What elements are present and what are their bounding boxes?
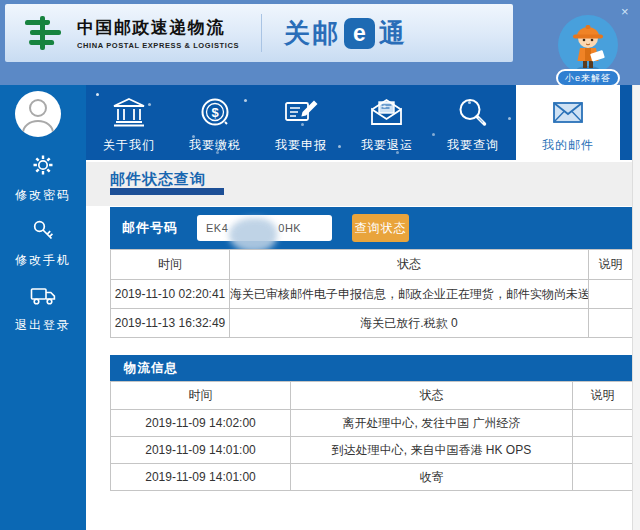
cell-status: 收寄 bbox=[291, 464, 573, 491]
nav-item-label: 关于我们 bbox=[103, 137, 155, 154]
china-post-logo-icon bbox=[23, 13, 67, 53]
table-row: 2019-11-10 02:20:41 海关已审核邮件电子申报信息，邮政企业正在… bbox=[111, 280, 633, 309]
assistant-badge[interactable]: 小e来解答 bbox=[556, 69, 620, 87]
cell-time: 2019-11-09 14:02:00 bbox=[111, 410, 291, 437]
product-right: 通 bbox=[379, 16, 407, 51]
assistant-mascot[interactable] bbox=[558, 15, 618, 75]
sidebar-item-logout[interactable]: 退出登录 bbox=[0, 285, 86, 334]
cell-note bbox=[589, 309, 633, 338]
query-status-button[interactable]: 查询状态 bbox=[352, 214, 409, 242]
main-content: 邮件状态查询 邮件号码 EK4 0HK 查询状态 时间 状态 说明 2019-1… bbox=[86, 160, 632, 530]
nav-pay-tax[interactable]: $ 我要缴税 bbox=[172, 85, 258, 160]
cell-note bbox=[573, 437, 633, 464]
mail-number-suffix: 0HK bbox=[278, 222, 301, 234]
declare-form-icon bbox=[282, 94, 320, 132]
status-table-header-row: 时间 状态 说明 bbox=[111, 250, 633, 280]
sidebar-item-change-password[interactable]: 修改密码 bbox=[0, 153, 86, 204]
col-header-note: 说明 bbox=[573, 382, 633, 410]
mascot-icon bbox=[558, 15, 618, 75]
sidebar: 修改密码 修改手机 退出登录 bbox=[0, 85, 86, 530]
cell-status: 海关已审核邮件电子申报信息，邮政企业正在理货，邮件实物尚未送交海关 bbox=[230, 280, 589, 309]
nav-item-label: 我要退运 bbox=[361, 137, 413, 154]
gear-icon bbox=[31, 153, 55, 181]
col-header-time: 时间 bbox=[111, 382, 291, 410]
product-e-badge: e bbox=[344, 18, 375, 49]
nav-query[interactable]: 我要查询 bbox=[430, 85, 516, 160]
header-divider bbox=[261, 14, 262, 52]
cell-time: 2019-11-09 14:01:00 bbox=[111, 464, 291, 491]
cell-time: 2019-11-10 02:20:41 bbox=[111, 280, 230, 309]
sidebar-item-label: 退出登录 bbox=[15, 317, 71, 334]
top-header: 中国邮政速递物流 CHINA POSTAL EXPRESS & LOGISTIC… bbox=[0, 0, 640, 85]
sidebar-item-label: 修改手机 bbox=[15, 252, 71, 269]
mail-number-prefix: EK4 bbox=[206, 222, 228, 234]
building-icon bbox=[110, 94, 148, 132]
table-row: 2019-11-09 14:02:00 离开处理中心, 发往中国 广州经济 bbox=[111, 410, 633, 437]
status-table: 时间 状态 说明 2019-11-10 02:20:41 海关已审核邮件电子申报… bbox=[110, 249, 633, 338]
logistics-header: 物流信息 bbox=[110, 355, 632, 381]
cell-time: 2019-11-13 16:32:49 bbox=[111, 309, 230, 338]
cell-note bbox=[573, 410, 633, 437]
col-header-status: 状态 bbox=[230, 250, 589, 280]
nav-item-label: 我要缴税 bbox=[189, 137, 241, 154]
user-icon bbox=[15, 91, 61, 137]
redaction-blur bbox=[229, 218, 277, 252]
search-icon bbox=[454, 94, 492, 132]
nav-return-shipment[interactable]: 我要退运 bbox=[344, 85, 430, 160]
title-underline bbox=[110, 188, 224, 195]
nav-item-label: 我要申报 bbox=[275, 137, 327, 154]
nav-item-label: 我要查询 bbox=[447, 137, 499, 154]
table-row: 2019-11-09 14:01:00 到达处理中心, 来自中国香港 HK OP… bbox=[111, 437, 633, 464]
nav-about-us[interactable]: 关于我们 bbox=[86, 85, 172, 160]
cell-status: 海关已放行.税款 0 bbox=[230, 309, 589, 338]
brand-header: 中国邮政速递物流 CHINA POSTAL EXPRESS & LOGISTIC… bbox=[5, 4, 513, 62]
logistics-table-header-row: 时间 状态 说明 bbox=[111, 382, 633, 410]
brand-name-cn: 中国邮政速递物流 bbox=[77, 16, 239, 39]
mail-number-input[interactable]: EK4 0HK bbox=[197, 215, 332, 241]
logistics-table: 时间 状态 说明 2019-11-09 14:02:00 离开处理中心, 发往中… bbox=[110, 381, 633, 491]
nav-my-mail[interactable]: 我的邮件 bbox=[516, 85, 620, 160]
col-header-status: 状态 bbox=[291, 382, 573, 410]
cell-time: 2019-11-09 14:01:00 bbox=[111, 437, 291, 464]
svg-text:$: $ bbox=[211, 105, 219, 120]
brand-name-en: CHINA POSTAL EXPRESS & LOGISTICS bbox=[77, 41, 239, 50]
mail-icon bbox=[548, 94, 588, 132]
truck-icon bbox=[30, 285, 57, 311]
key-icon bbox=[31, 218, 55, 246]
page-title: 邮件状态查询 bbox=[110, 170, 206, 189]
cell-note bbox=[573, 464, 633, 491]
query-panel: 邮件号码 EK4 0HK 查询状态 bbox=[110, 207, 632, 249]
close-icon[interactable]: × bbox=[621, 4, 629, 19]
nav-item-label: 我的邮件 bbox=[542, 137, 594, 154]
cell-note bbox=[589, 280, 633, 309]
table-row: 2019-11-13 16:32:49 海关已放行.税款 0 bbox=[111, 309, 633, 338]
sidebar-item-change-phone[interactable]: 修改手机 bbox=[0, 218, 86, 269]
app-window: 中国邮政速递物流 CHINA POSTAL EXPRESS & LOGISTIC… bbox=[0, 0, 640, 530]
table-row: 2019-11-09 14:01:00 收寄 bbox=[111, 464, 633, 491]
main-nav: 关于我们 $ 我要缴税 我要申报 bbox=[86, 85, 632, 160]
scrollbar-track[interactable] bbox=[632, 85, 640, 530]
sidebar-item-label: 修改密码 bbox=[15, 187, 71, 204]
cell-status: 到达处理中心, 来自中国香港 HK OPS bbox=[291, 437, 573, 464]
col-header-note: 说明 bbox=[589, 250, 633, 280]
col-header-time: 时间 bbox=[111, 250, 230, 280]
avatar bbox=[15, 91, 61, 137]
nav-declare[interactable]: 我要申报 bbox=[258, 85, 344, 160]
brand-text-block: 中国邮政速递物流 CHINA POSTAL EXPRESS & LOGISTIC… bbox=[77, 16, 239, 50]
product-left: 关邮 bbox=[284, 16, 340, 51]
return-mail-icon bbox=[368, 94, 406, 132]
coin-icon: $ bbox=[196, 94, 234, 132]
product-name: 关邮 e 通 bbox=[284, 16, 407, 51]
nav-decor-dots bbox=[96, 93, 99, 96]
cell-status: 离开处理中心, 发往中国 广州经济 bbox=[291, 410, 573, 437]
mail-number-label: 邮件号码 bbox=[122, 207, 178, 249]
